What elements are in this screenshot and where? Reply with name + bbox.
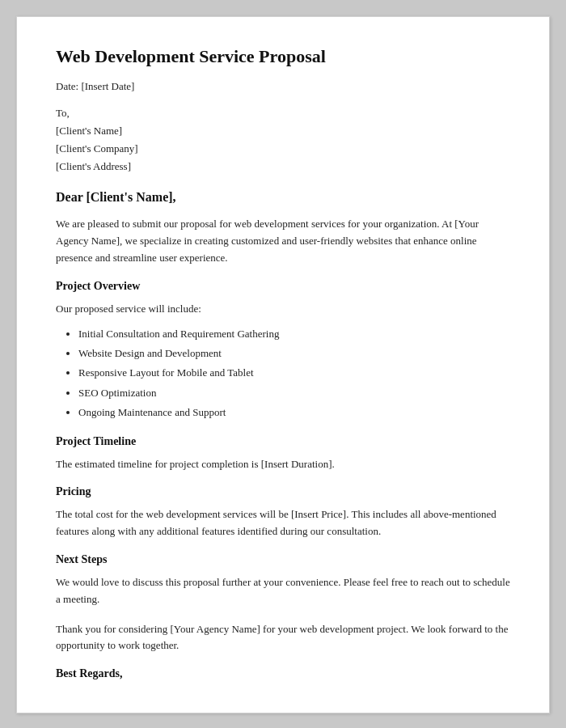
section-heading-pricing: Pricing bbox=[56, 485, 510, 498]
overview-bullet-list: Initial Consultation and Requirement Gat… bbox=[78, 324, 510, 422]
overview-intro: Our proposed service will include: bbox=[56, 301, 510, 318]
salutation: Dear [Client's Name], bbox=[56, 190, 510, 205]
intro-paragraph: We are pleased to submit our proposal fo… bbox=[56, 216, 510, 266]
list-item: SEO Optimization bbox=[78, 383, 510, 402]
section-heading-overview: Project Overview bbox=[56, 280, 510, 293]
document-page: Web Development Service Proposal Date: [… bbox=[16, 16, 550, 713]
address-line3: [Client's Address] bbox=[56, 160, 131, 172]
timeline-content: The estimated timeline for project compl… bbox=[56, 456, 510, 473]
section-heading-timeline: Project Timeline bbox=[56, 435, 510, 448]
address-to: To, bbox=[56, 107, 70, 119]
thank-you-paragraph: Thank you for considering [Your Agency N… bbox=[56, 621, 510, 655]
date-line: Date: [Insert Date] bbox=[56, 80, 510, 93]
list-item: Ongoing Maintenance and Support bbox=[78, 403, 510, 421]
nextsteps-content: We would love to discuss this proposal f… bbox=[56, 574, 510, 608]
address-line2: [Client's Company] bbox=[56, 142, 138, 154]
list-item: Responsive Layout for Mobile and Tablet bbox=[78, 363, 510, 382]
pricing-content: The total cost for the web development s… bbox=[56, 506, 510, 540]
list-item: Initial Consultation and Requirement Gat… bbox=[78, 324, 510, 343]
list-item: Website Design and Development bbox=[78, 344, 510, 362]
document-title: Web Development Service Proposal bbox=[56, 46, 510, 67]
address-line1: [Client's Name] bbox=[56, 125, 122, 137]
section-heading-nextsteps: Next Steps bbox=[56, 553, 510, 566]
address-block: To, [Client's Name] [Client's Company] [… bbox=[56, 104, 510, 176]
closing: Best Regards, bbox=[56, 667, 510, 680]
